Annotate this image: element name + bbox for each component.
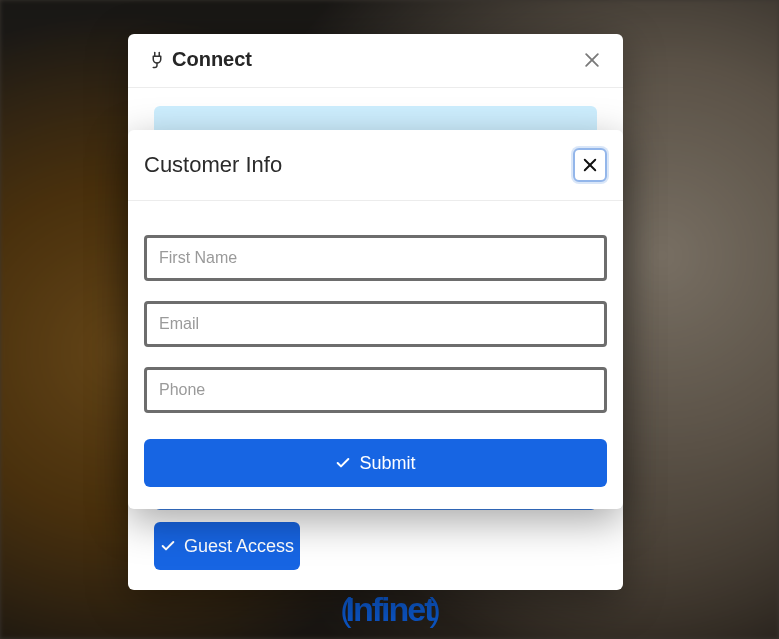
phone-input[interactable] — [144, 367, 607, 413]
customer-info-close-button[interactable] — [573, 148, 607, 182]
connect-close-button[interactable] — [581, 49, 603, 71]
connect-title-group: Connect — [148, 48, 252, 71]
connect-title: Connect — [172, 48, 252, 71]
check-icon — [335, 455, 351, 471]
submit-button[interactable]: Submit — [144, 439, 607, 487]
first-name-input[interactable] — [144, 235, 607, 281]
customer-info-dialog: Customer Info Submit — [128, 130, 623, 509]
check-icon — [160, 538, 176, 554]
connect-dialog-header: Connect — [128, 34, 623, 88]
submit-label: Submit — [359, 453, 415, 474]
customer-info-body: Submit — [128, 201, 623, 509]
plug-icon — [148, 51, 166, 69]
guest-access-button[interactable]: Guest Access — [154, 522, 300, 570]
customer-info-title: Customer Info — [144, 152, 282, 178]
guest-access-label: Guest Access — [184, 536, 294, 557]
email-input[interactable] — [144, 301, 607, 347]
customer-info-header: Customer Info — [128, 130, 623, 201]
